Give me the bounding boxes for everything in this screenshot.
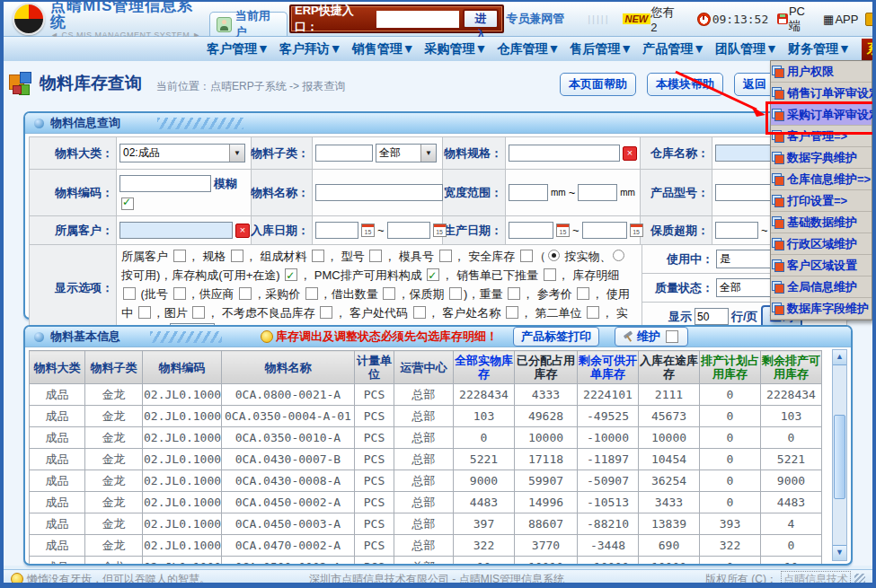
enter-button[interactable]: 进入 [463,9,500,29]
expiry-input[interactable] [715,222,758,239]
table-row[interactable]: 成品金龙02.JL0.10000040CA.0430-0007-BPCS总部52… [30,449,822,470]
dropdown-item-6[interactable]: 打印设置=> [771,190,872,212]
width-min-input[interactable] [509,184,548,201]
option-checkbox[interactable] [544,268,556,281]
option-checkbox[interactable] [173,250,186,262]
option-checkbox[interactable] [449,287,462,300]
customer-input[interactable] [119,222,233,239]
option-checkbox[interactable] [123,287,136,300]
resize-grip[interactable] [854,574,865,584]
option-checkbox[interactable] [577,287,589,300]
dropdown-item-7[interactable]: 基础数据维护 [771,212,872,233]
dropdown-item-10[interactable]: 全局信息维护 [771,276,872,298]
header-button-0[interactable]: 本页面帮助 [560,73,636,96]
option-checkbox[interactable] [508,287,520,300]
dropdown-item-0[interactable]: 用户权限 [771,61,872,83]
inbound-date-to-input[interactable] [387,222,430,239]
maintain-button[interactable]: 维护 [615,327,688,347]
menubar-item-1[interactable]: 客户拜访▼ [279,41,342,57]
copyright-owner[interactable]: 点晴信息技术 [781,571,851,588]
erp-entry-input[interactable] [376,11,459,28]
option-checkbox[interactable] [439,250,452,262]
app-label[interactable]: APP [835,13,858,26]
table-scrollbar[interactable]: ▲ ▼ [832,349,847,561]
option-checkbox[interactable] [520,250,533,262]
table-row[interactable]: 成品金龙02.JL0.10000060CA.0450-0002-APCS总部44… [30,492,822,513]
width-max-input[interactable] [578,184,617,201]
dropdown-item-9[interactable]: 客户区域设置 [771,255,872,276]
label-print-button[interactable]: 产品标签打印 [513,327,599,347]
inbound-date-from-input[interactable] [315,222,358,239]
dropdown-item-5[interactable]: 仓库信息维护=> [771,169,872,190]
qr-code-icon[interactable]: ▦ [823,13,834,25]
option-checkbox[interactable] [285,268,297,281]
production-date-from-input[interactable] [509,222,553,239]
fuzzy-checkbox[interactable] [121,197,134,210]
option-checkbox[interactable] [305,287,318,300]
option-radio[interactable] [613,250,624,261]
option-checkbox[interactable] [383,287,395,300]
production-date-to-input[interactable] [582,222,627,239]
menubar-item-6[interactable]: 产品管理▼ [642,41,705,57]
dropdown-item-4[interactable]: 数据字典维护 [771,147,872,169]
option-checkbox[interactable] [413,306,426,319]
calendar-icon[interactable]: 15 [361,224,375,237]
dropdown-item-2[interactable]: 采购订单评审设定 [771,104,872,126]
name-input[interactable] [315,184,443,201]
spec-input[interactable] [509,145,620,162]
calendar-icon[interactable]: 15 [630,224,643,237]
chevron-down-icon[interactable]: ▼ [229,145,244,162]
header-button-1[interactable]: 本模块帮助 [647,73,723,96]
table-row[interactable]: 成品金龙02.JL0.10000030CA.0350-0010-APCS总部01… [30,427,822,449]
option-checkbox[interactable] [427,268,439,281]
option-checkbox[interactable] [369,250,382,262]
maintain-checkbox[interactable] [666,330,678,343]
lock-icon[interactable] [865,13,876,26]
dropdown-item-8[interactable]: 行政区域维护 [771,233,872,255]
table-row[interactable]: 成品金龙02.JL0.10000020CA.0350-0004-A-01PCS总… [30,406,822,427]
calendar-icon[interactable]: 15 [433,224,447,237]
option-checkbox[interactable] [587,306,599,319]
page-size-input[interactable] [695,308,729,325]
table-row[interactable]: 成品金龙02.JL0.10000080CA.0470-0002-APCS总部32… [30,535,822,557]
table-row[interactable]: 成品金龙02.JL0.10000010CA.0800-0021-APCS总部22… [30,384,822,406]
menubar-item-3[interactable]: 采购管理▼ [425,41,488,57]
menubar-item-2[interactable]: 销售管理▼ [352,41,415,57]
pc-label[interactable]: PC端 [789,4,816,34]
dropdown-item-1[interactable]: 销售订单评审设定 [771,83,872,104]
pc-client-icon[interactable] [777,13,788,24]
menubar-item-8[interactable]: 财务管理▼ [788,41,851,57]
option-checkbox[interactable] [231,250,243,262]
calendar-icon[interactable]: 15 [556,224,570,237]
dropdown-item-11[interactable]: 数据库字段维护 [771,298,872,320]
option-checkbox[interactable] [506,306,518,319]
scroll-down-icon[interactable]: ▼ [833,545,846,560]
menubar-item-4[interactable]: 仓库管理▼ [497,41,560,57]
menubar-item-system-management[interactable]: 系统管理▼ [862,39,876,60]
clear-icon[interactable]: × [623,146,637,161]
table-row[interactable]: 成品金龙02.JL0.10000070CA.0450-0003-APCS总部39… [30,513,822,535]
subcategory-input[interactable] [315,145,373,162]
option-checkbox[interactable] [138,306,151,319]
chevron-down-icon[interactable]: ▼ [420,145,436,162]
subcategory-select[interactable]: 全部▼ [376,144,437,162]
menubar-item-0[interactable]: 客户管理▼ [207,41,270,57]
current-user-tab[interactable]: 当前用户 [209,12,288,36]
scrollbar-thumb[interactable] [834,415,845,499]
option-checkbox[interactable] [312,250,324,262]
messages-count[interactable]: 您有 2 [650,4,683,34]
option-checkbox[interactable] [320,306,332,319]
scroll-up-icon[interactable]: ▲ [833,350,846,365]
option-radio[interactable] [548,250,560,261]
menubar-item-7[interactable]: 团队管理▼ [715,41,778,57]
code-input[interactable] [119,175,211,192]
table-row[interactable]: 成品金龙02.JL0.10000090CA.0500-0002-APCS总部10… [30,557,822,566]
menubar-item-5[interactable]: 售后管理▼ [570,41,633,57]
option-checkbox[interactable] [192,306,205,319]
option-checkbox[interactable] [173,287,186,300]
option-checkbox[interactable] [239,287,252,300]
model-input[interactable] [715,184,774,201]
category-select[interactable]: 02:成品▼ [119,144,245,162]
table-row[interactable]: 成品金龙02.JL0.10000050CA.0430-0008-APCS总部90… [30,470,822,492]
dropdown-item-3[interactable]: 客户管理=> [771,126,872,147]
